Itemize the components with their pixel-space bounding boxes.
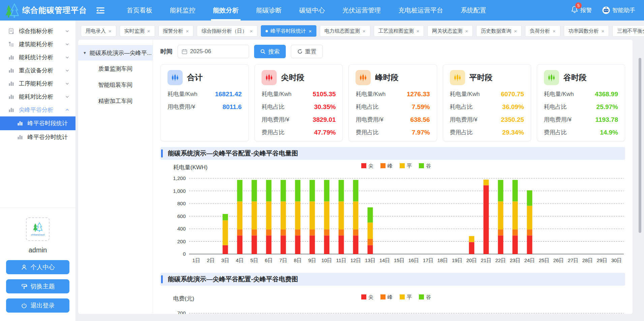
- bar-seg-尖: [223, 245, 228, 254]
- close-icon[interactable]: ×: [147, 28, 150, 34]
- vertical-scrollbar[interactable]: [639, 58, 641, 233]
- month-picker-input[interactable]: 2025-06: [178, 45, 249, 58]
- tab-11[interactable]: 功率因数分析×: [564, 25, 609, 37]
- nav-item-1[interactable]: 首页看板: [126, 0, 153, 21]
- close-icon[interactable]: ×: [309, 28, 312, 34]
- sidebar-item-label: 综合指标分析: [19, 27, 61, 35]
- card-row-value: 14.9%: [600, 129, 618, 136]
- caret-down-icon[interactable]: ▼: [83, 51, 87, 55]
- assistant-button[interactable]: 智能助手: [602, 6, 635, 14]
- close-icon[interactable]: ×: [186, 28, 189, 34]
- bar-day-23: [513, 180, 518, 254]
- bar-icon: [17, 134, 23, 140]
- sidebar-subitem-7-2[interactable]: 峰平谷分时统计: [0, 130, 75, 144]
- legend-swatch-谷[interactable]: [419, 294, 424, 299]
- tab-1[interactable]: 用电录入×: [81, 25, 116, 37]
- tab-4[interactable]: 综合指标分析（日）×: [197, 25, 257, 37]
- svg-text:1日: 1日: [192, 257, 200, 263]
- bar-day-12: [353, 180, 359, 254]
- sidebar-item-label: 能耗对比分析: [19, 93, 61, 101]
- sidebar-item-1[interactable]: 综合指标分析: [0, 25, 75, 38]
- tab-8[interactable]: 网关状态监测×: [427, 25, 473, 37]
- tree-root-node[interactable]: ▼ 能碳系统演示—尖峰平...: [78, 45, 153, 61]
- svg-text:30日: 30日: [611, 257, 622, 263]
- card-row: 耗电占比36.09%: [450, 103, 524, 111]
- candlestick-icon: [262, 70, 277, 85]
- header-accent-bar: [161, 149, 163, 157]
- reset-button[interactable]: 重置: [291, 45, 323, 58]
- card-title: 谷时段: [563, 72, 587, 83]
- nav-item-6[interactable]: 光伏运营管理: [342, 0, 381, 21]
- close-icon[interactable]: ×: [514, 28, 517, 34]
- tab-10[interactable]: 负荷分析×: [525, 25, 560, 37]
- tab-2[interactable]: 实时监测×: [120, 25, 155, 37]
- close-icon[interactable]: ×: [363, 28, 366, 34]
- close-icon[interactable]: ×: [417, 28, 420, 34]
- nav-item-5[interactable]: 碳链中心: [299, 0, 326, 21]
- sidebar-item-4[interactable]: 重点设备分析: [0, 64, 75, 77]
- bar-seg-平: [527, 206, 532, 229]
- search-button[interactable]: 搜索: [254, 45, 286, 58]
- stat-card-5: 谷时段耗电量/Kwh4368.99耗电占比25.97%用电费用/¥1193.78…: [537, 64, 625, 141]
- bar-seg-平: [513, 201, 518, 229]
- avatar[interactable]: zhitancloud: [26, 217, 50, 241]
- sidebar-item-2[interactable]: 建筑能耗分析: [0, 38, 75, 51]
- legend-swatch-平[interactable]: [400, 294, 405, 299]
- legend-swatch-尖[interactable]: [361, 294, 366, 299]
- tree-node-1[interactable]: 质量监测车间: [78, 61, 153, 77]
- tab-7[interactable]: 工艺流程图监测×: [374, 25, 424, 37]
- card-row-value: 8011.6: [222, 103, 242, 111]
- close-icon[interactable]: ×: [602, 28, 605, 34]
- card-row: 费用占比7.97%: [356, 129, 430, 136]
- candlestick-icon: [356, 70, 371, 85]
- nav-item-3[interactable]: 能效分析: [212, 0, 239, 21]
- legend-swatch-尖[interactable]: [361, 163, 366, 168]
- tab-9[interactable]: 历史数据查询×: [476, 25, 522, 37]
- nav-item-8[interactable]: 系统配置: [460, 0, 487, 21]
- svg-text:16日: 16日: [408, 257, 419, 263]
- legend-swatch-峰[interactable]: [380, 294, 386, 299]
- sidebar-button-1[interactable]: 个人中心: [6, 260, 69, 274]
- tab-6[interactable]: 电力组态图监测×: [320, 25, 370, 37]
- tab-3[interactable]: 报警分析×: [158, 25, 194, 37]
- svg-text:20日: 20日: [466, 257, 477, 263]
- tree-node-3[interactable]: 精密加工车间: [78, 93, 153, 109]
- electricity-chart: 耗电量(KWH)尖峰平谷02004006008001,0001,2001日2日3…: [160, 160, 625, 267]
- bar-seg-尖: [498, 236, 503, 254]
- nav-item-4[interactable]: 能碳诊断: [255, 0, 282, 21]
- sidebar-item-6[interactable]: 能耗对比分析: [0, 90, 75, 103]
- calendar-icon: [181, 48, 188, 55]
- alarm-button[interactable]: 5 报警: [571, 5, 592, 15]
- tab-12[interactable]: 三相不平衡分析×: [612, 25, 644, 37]
- tree-node-2[interactable]: 智能组装车间: [78, 77, 153, 93]
- sidebar-button-3[interactable]: 退出登录: [6, 298, 69, 313]
- sidebar-item-label: 工序能耗分析: [19, 80, 61, 87]
- close-icon[interactable]: ×: [465, 28, 468, 34]
- card-title: 尖时段: [281, 72, 304, 83]
- sidebar-item-5[interactable]: 工序能耗分析: [0, 77, 75, 90]
- close-icon[interactable]: ×: [553, 28, 556, 34]
- nav-item-7[interactable]: 充电桩运营平台: [398, 0, 444, 21]
- sidebar-subitem-7-1[interactable]: 峰平谷时段统计: [0, 116, 75, 130]
- card-row: 费用占比14.9%: [544, 129, 618, 136]
- legend-swatch-峰[interactable]: [380, 163, 386, 168]
- nav-item-2[interactable]: 能耗监控: [169, 0, 196, 21]
- close-icon[interactable]: ×: [109, 28, 112, 34]
- bar-seg-谷: [295, 180, 301, 202]
- svg-text:3日: 3日: [221, 257, 229, 263]
- bar-seg-尖: [295, 236, 301, 254]
- menu-collapse-icon[interactable]: [96, 6, 105, 14]
- sidebar-item-3[interactable]: 能耗统计分析: [0, 51, 75, 64]
- tab-5[interactable]: 峰平谷时段统计×: [261, 25, 316, 37]
- card-row-label: 耗电占比: [262, 103, 284, 111]
- bar-seg-平: [266, 201, 272, 229]
- legend-swatch-谷[interactable]: [419, 163, 424, 168]
- sidebar-button-2[interactable]: 切换主题: [6, 279, 69, 293]
- bar-seg-平: [324, 201, 330, 229]
- electricity-chart-title: 能碳系统演示—尖峰平谷配置-尖峰平谷电量图: [168, 149, 298, 158]
- sidebar-item-7[interactable]: 尖峰平谷分析: [0, 103, 75, 116]
- refresh-icon: [297, 49, 303, 54]
- close-icon[interactable]: ×: [250, 28, 253, 34]
- legend-swatch-平[interactable]: [400, 163, 405, 168]
- bar-day-6: [266, 180, 272, 254]
